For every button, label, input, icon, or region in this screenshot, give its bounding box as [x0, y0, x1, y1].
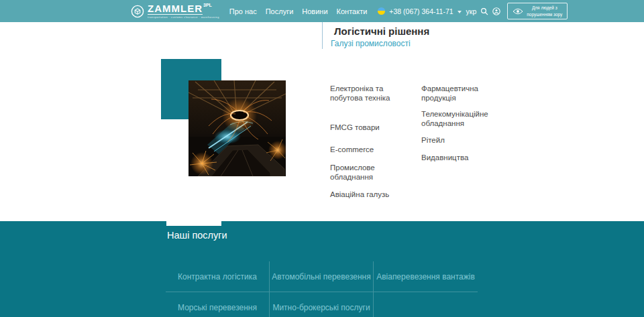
nav-services[interactable]: Послуги	[266, 5, 294, 18]
nav-news[interactable]: Новини	[302, 5, 327, 18]
industry-telecom[interactable]: Телекомунікаційне обладнання	[421, 109, 488, 129]
phone-number-link[interactable]: +38 (067) 364-11-71	[389, 7, 453, 15]
accessibility-mode-button[interactable]: Для людей з порушенням зору	[507, 3, 568, 19]
logo-tagline: transportation · customs clearance · war…	[148, 16, 219, 19]
content-column-divider	[322, 22, 323, 49]
top-header-bar: ZAMMLER 3PL transportation · customs cle…	[0, 0, 644, 22]
page-title: Логістичні рішення	[334, 25, 429, 37]
logo-text: ZAMMLER 3PL transportation · customs cle…	[148, 3, 219, 19]
service-cell: Автомобільні перевезення	[270, 261, 374, 292]
language-selector[interactable]: укр	[466, 7, 477, 15]
nav-contacts[interactable]: Контакти	[337, 5, 368, 18]
industry-fmcg[interactable]: FMCG товари	[330, 123, 416, 132]
eye-icon	[513, 8, 523, 15]
logo-3pl-superscript: 3PL	[203, 3, 212, 7]
services-grid: Контрактна логістика Автомобільні переве…	[166, 261, 478, 317]
main-nav: Про нас Послуги Новини Контакти	[229, 5, 368, 18]
accessibility-button-label: Для людей з порушенням зору	[527, 5, 562, 17]
service-cell	[374, 292, 478, 317]
page: ZAMMLER 3PL transportation · customs cle…	[0, 0, 644, 317]
search-icon[interactable]	[480, 7, 488, 15]
service-cell: Морські перевезення	[166, 292, 270, 317]
industry-aviation[interactable]: Авіаційна галузь	[330, 190, 416, 199]
service-sea-transport[interactable]: Морські перевезення	[178, 303, 257, 312]
industry-ecommerce[interactable]: E-commerce	[330, 145, 416, 154]
ukraine-flag-icon[interactable]	[378, 7, 385, 15]
nav-about[interactable]: Про нас	[229, 5, 257, 18]
industry-retail[interactable]: Рітейл	[421, 135, 488, 145]
logo-name: ZAMMLER	[148, 3, 203, 15]
header-right-cluster: +38 (067) 364-11-71 укр	[378, 3, 568, 19]
industry-warehouse-photo	[189, 80, 286, 176]
zammler-logo[interactable]: ZAMMLER 3PL transportation · customs cle…	[131, 3, 219, 19]
service-air-freight[interactable]: Авіаперевезення вантажів	[376, 272, 475, 281]
industry-pharma[interactable]: Фармацевтична продукція	[421, 84, 488, 103]
service-cell: Митно-брокерські послуги	[270, 292, 374, 317]
chevron-down-icon[interactable]	[458, 11, 462, 13]
service-cell: Авіаперевезення вантажів	[374, 261, 478, 292]
industries-column-left: Електроніка та побутова техніка FMCG тов…	[330, 79, 416, 200]
industries-section-link[interactable]: Галузі промисловості	[331, 39, 411, 48]
industry-electronics[interactable]: Електроніка та побутова техніка	[330, 84, 416, 103]
service-customs-broker[interactable]: Митно-брокерські послуги	[272, 303, 370, 312]
zammler-logo-icon	[131, 5, 144, 18]
industry-industrial-equipment[interactable]: Промислове обладнання	[330, 163, 416, 182]
industries-column-right: Фармацевтична продукція Телекомунікаційн…	[421, 79, 488, 162]
user-account-icon[interactable]	[492, 7, 500, 15]
services-title: Наші послуги	[167, 230, 227, 241]
service-cell: Контрактна логістика	[166, 261, 270, 292]
industry-publishing[interactable]: Видавництва	[421, 153, 488, 162]
header-inner: ZAMMLER 3PL transportation · customs cle…	[131, 0, 568, 22]
service-contract-logistics[interactable]: Контрактна логістика	[178, 272, 257, 281]
service-road-transport[interactable]: Автомобільні перевезення	[272, 272, 370, 281]
band-white-notch	[166, 221, 221, 226]
